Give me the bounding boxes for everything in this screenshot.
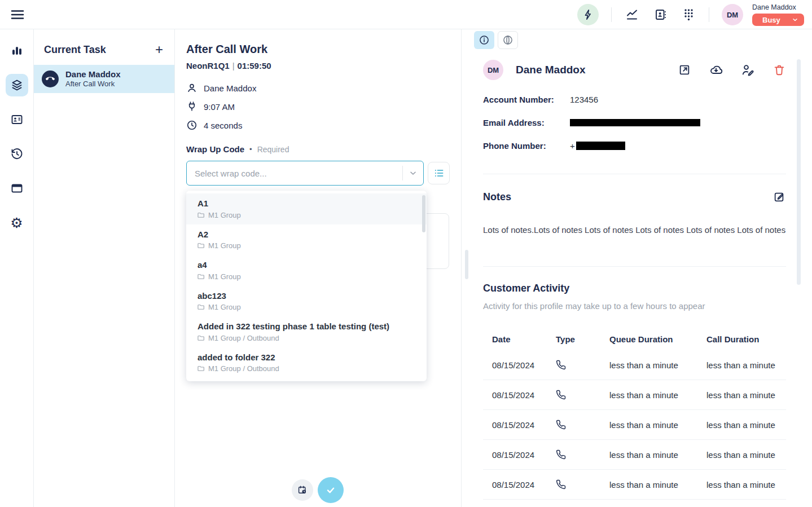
layers-icon[interactable] — [6, 74, 28, 96]
plug-icon — [186, 101, 197, 112]
wrap-code-option[interactable]: added to folder 322 M1 Group / Outbound — [186, 347, 427, 378]
chevron-down-icon[interactable] — [403, 169, 423, 178]
email-label: Email Address: — [483, 118, 570, 127]
email-field: Email Address: — [483, 117, 786, 128]
add-task-button[interactable]: + — [155, 43, 163, 56]
nav-rail: ⚙ — [0, 29, 34, 507]
profile-scrollbar[interactable] — [797, 59, 801, 285]
task-list-item[interactable]: Dane Maddox After Call Work — [34, 65, 174, 93]
schedule-callback-button[interactable] — [292, 479, 313, 501]
contact-card-icon[interactable] — [6, 108, 28, 131]
wrap-code-input[interactable] — [187, 161, 402, 185]
wrap-code-option[interactable]: A2 M1 Group — [186, 224, 427, 255]
edit-note-icon[interactable] — [773, 190, 786, 204]
activity-row[interactable]: 08/15/2024 less than a minute less than … — [483, 410, 786, 440]
topbar-divider — [611, 7, 612, 22]
call-duration: less than a minute — [706, 450, 786, 460]
required-label: Required — [257, 145, 289, 154]
activity-date: 08/15/2024 — [492, 480, 556, 490]
lightning-icon[interactable] — [577, 4, 599, 25]
phone-icon — [556, 449, 609, 460]
current-task-panel: Current Task + Dane Maddox After Call Wo… — [34, 29, 175, 507]
contact-name: Dane Maddox — [204, 83, 256, 93]
account-number-field: Account Number: 123456 — [483, 94, 786, 105]
status-dropdown[interactable]: Busy — [752, 14, 804, 26]
queue-duration: less than a minute — [609, 450, 706, 460]
wrap-up-code-label: Wrap Up Code — [186, 144, 244, 154]
phone-field: Phone Number: + — [483, 140, 786, 151]
option-label: A2 — [197, 229, 415, 240]
dropdown-scrollbar[interactable] — [422, 195, 425, 232]
dialpad-icon[interactable] — [681, 7, 696, 23]
settings-icon[interactable]: ⚙ — [6, 211, 28, 234]
activity-row[interactable]: 08/15/2024 less than a minute less than … — [483, 440, 786, 470]
wrap-code-option[interactable]: abc123 M1 Group — [186, 286, 427, 317]
option-group: M1 Group / Outbound — [208, 364, 279, 373]
acw-title: After Call Work — [186, 43, 450, 56]
section-divider — [483, 174, 786, 174]
notes-title: Notes — [483, 191, 511, 203]
option-group: M1 Group — [208, 241, 241, 250]
complete-task-button[interactable] — [318, 477, 344, 503]
account-number-label: Account Number: — [483, 95, 570, 104]
panel-scrollbar[interactable] — [465, 250, 468, 279]
task-status: After Call Work — [65, 80, 121, 89]
call-duration: less than a minute — [706, 420, 786, 430]
user-avatar[interactable]: DM — [722, 4, 743, 25]
profile-avatar: DM — [483, 60, 503, 80]
queue-duration: less than a minute — [609, 420, 706, 430]
clock-icon — [186, 120, 197, 131]
phone-label: Phone Number: — [483, 141, 570, 151]
start-time: 9:07 AM — [204, 102, 235, 112]
wrap-code-select[interactable] — [186, 161, 424, 186]
folder-icon — [197, 303, 205, 311]
wrap-code-option-list: A1 M1 Group A2 M1 Group a4 M1 Group abc1… — [186, 193, 427, 378]
phone-icon — [556, 390, 609, 400]
folder-icon — [197, 211, 205, 219]
activity-row[interactable]: 08/15/2024 less than a minute less than … — [483, 470, 786, 500]
profile-name: Dane Maddox — [516, 64, 586, 76]
contrast-icon — [502, 34, 513, 46]
activity-row[interactable]: 08/15/2024 less than a minute less than … — [483, 380, 786, 410]
activity-date: 08/15/2024 — [492, 360, 556, 370]
history-icon[interactable] — [6, 143, 28, 165]
option-label: A1 — [197, 198, 415, 209]
queue-duration: less than a minute — [609, 360, 706, 370]
section-divider — [483, 266, 786, 267]
option-label: a4 — [197, 259, 415, 271]
window-icon[interactable] — [6, 177, 28, 200]
line-chart-icon[interactable] — [624, 7, 640, 23]
folder-icon — [197, 334, 205, 342]
status-label: Busy — [762, 16, 780, 24]
acw-queue-timer: NeonR1Q1|01:59:50 — [186, 61, 450, 70]
activity-row[interactable]: 08/15/2024 less than a minute less than … — [483, 350, 786, 380]
wrap-code-option[interactable]: A1 M1 Group — [186, 193, 427, 224]
tab-info[interactable] — [474, 31, 494, 49]
queue-duration: less than a minute — [609, 480, 706, 490]
bullet: • — [249, 145, 252, 153]
option-group: M1 Group — [208, 303, 241, 311]
hamburger-icon[interactable] — [9, 6, 26, 23]
open-external-icon[interactable] — [678, 63, 691, 77]
info-icon — [479, 34, 490, 46]
bar-chart-icon[interactable] — [6, 39, 28, 62]
delete-icon[interactable] — [773, 63, 786, 77]
task-duration: 4 seconds — [204, 121, 242, 130]
contacts-book-icon[interactable] — [652, 7, 668, 23]
edit-user-icon[interactable] — [741, 63, 754, 77]
duration-row: 4 seconds — [186, 120, 450, 131]
wrap-code-option[interactable]: Added in 322 testing phase 1 table testi… — [186, 316, 427, 347]
wrap-code-option[interactable]: a4 M1 Group — [186, 255, 427, 286]
cloud-download-icon[interactable] — [709, 63, 723, 77]
redacted-phone-value — [576, 142, 625, 150]
check-icon — [324, 484, 337, 496]
acw-timer: 01:59:50 — [238, 61, 271, 70]
option-label: Added in 322 testing phase 1 table testi… — [197, 321, 415, 332]
col-call-duration: Call Duration — [706, 334, 786, 344]
tab-compare[interactable] — [498, 31, 518, 49]
wrap-code-list-button[interactable] — [428, 162, 450, 184]
call-duration: less than a minute — [706, 390, 786, 400]
profile-panel: DM Dane Maddox — [462, 29, 812, 507]
user-name: Dane Maddox — [752, 3, 796, 11]
phone-icon — [556, 479, 609, 490]
